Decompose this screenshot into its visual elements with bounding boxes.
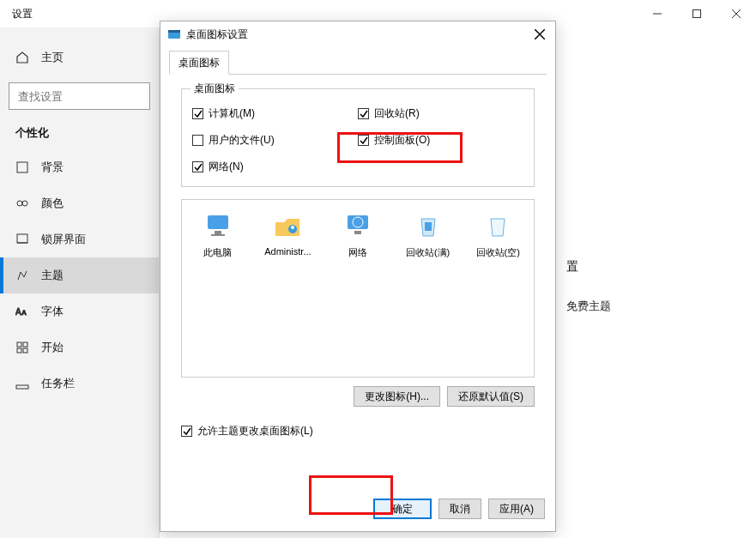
- preview-icon: [272, 210, 303, 241]
- tab-desktop-icons[interactable]: 桌面图标: [169, 51, 229, 75]
- nav-label: 主题: [41, 268, 64, 283]
- nav-label: 背景: [41, 160, 64, 175]
- cancel-button[interactable]: 取消: [438, 499, 481, 519]
- preview-label: 此电脑: [203, 246, 232, 259]
- restore-defaults-button[interactable]: 还原默认值(S): [447, 386, 535, 407]
- svg-rect-11: [23, 348, 27, 353]
- checkbox-icon: [358, 108, 369, 119]
- nav-icon: [15, 269, 29, 282]
- checkbox-icon: [181, 426, 192, 437]
- nav-label: 锁屏界面: [41, 232, 86, 247]
- nav-item[interactable]: 锁屏界面: [0, 221, 159, 257]
- svg-point-4: [22, 201, 27, 206]
- svg-rect-22: [354, 231, 361, 234]
- preview-item[interactable]: Administr...: [257, 210, 318, 259]
- checkbox-icon: [192, 135, 203, 146]
- nav-icon: [15, 233, 29, 246]
- apply-button[interactable]: 应用(A): [488, 499, 545, 519]
- main-peek: 置 免费主题: [566, 259, 611, 314]
- nav-icon: [15, 160, 29, 174]
- svg-rect-2: [17, 162, 27, 172]
- preview-item[interactable]: 网络: [328, 210, 388, 259]
- nav-item[interactable]: 任务栏: [0, 366, 159, 402]
- desktop-icons-group-label: 桌面图标: [191, 82, 239, 96]
- check-computer[interactable]: 计算机(M): [192, 106, 358, 121]
- nav-icon: [15, 196, 29, 210]
- svg-rect-9: [23, 342, 27, 347]
- checkbox-icon: [358, 135, 369, 146]
- check-recycle[interactable]: 回收站(R): [358, 106, 523, 121]
- svg-rect-1: [693, 10, 701, 18]
- icon-preview: 此电脑Administr...网络回收站(满)回收站(空): [181, 199, 535, 378]
- svg-rect-17: [211, 234, 225, 236]
- preview-label: 网络: [348, 246, 367, 259]
- nav-icon: [15, 341, 29, 354]
- home-label: 主页: [41, 50, 64, 65]
- svg-rect-8: [17, 342, 21, 347]
- change-icon-button[interactable]: 更改图标(H)...: [354, 386, 440, 407]
- svg-rect-14: [168, 30, 180, 33]
- dialog-title: 桌面图标设置: [186, 27, 529, 42]
- home-icon: [15, 51, 29, 64]
- preview-label: 回收站(空): [476, 246, 520, 259]
- svg-rect-15: [208, 215, 228, 229]
- nav-label: 任务栏: [41, 376, 75, 391]
- preview-item[interactable]: 回收站(空): [468, 210, 528, 259]
- main-peek-title: 置: [566, 259, 611, 275]
- settings-title: 设置: [12, 7, 33, 21]
- checkbox-icon: [192, 161, 203, 172]
- svg-rect-16: [215, 231, 221, 234]
- checkbox-icon: [192, 108, 203, 119]
- nav-label: 字体: [41, 304, 64, 319]
- nav-label: 开始: [41, 340, 64, 355]
- dialog-tabs: 桌面图标: [169, 51, 547, 75]
- svg-point-3: [17, 201, 22, 206]
- preview-icon: [203, 210, 233, 241]
- preview-item[interactable]: 此电脑: [188, 210, 248, 259]
- preview-icon: [482, 210, 513, 241]
- check-control-panel[interactable]: 控制面板(O): [358, 133, 523, 148]
- ok-button[interactable]: 确定: [373, 499, 432, 519]
- svg-rect-5: [17, 234, 27, 243]
- allow-themes-label: 允许主题更改桌面图标(L): [197, 424, 313, 438]
- home-button[interactable]: 主页: [0, 43, 159, 77]
- svg-rect-23: [425, 222, 432, 231]
- nav-item[interactable]: 开始: [0, 329, 159, 366]
- main-peek-sub: 免费主题: [566, 299, 611, 314]
- preview-label: 回收站(满): [406, 246, 450, 259]
- preview-icon: [413, 210, 444, 241]
- window-controls: [638, 0, 756, 27]
- preview-label: Administr...: [264, 246, 311, 257]
- maximize-button[interactable]: [677, 0, 717, 27]
- svg-rect-10: [17, 348, 21, 353]
- allow-themes-row[interactable]: 允许主题更改桌面图标(L): [181, 424, 535, 438]
- settings-sidebar: 主页 个性化 背景颜色锁屏界面主题Aᴀ字体开始任务栏: [0, 27, 160, 538]
- svg-point-19: [291, 226, 294, 229]
- search-box[interactable]: [9, 82, 150, 110]
- category-heading: 个性化: [0, 125, 159, 149]
- nav-icon: Aᴀ: [15, 305, 29, 318]
- nav-item[interactable]: 主题: [0, 257, 159, 293]
- check-network[interactable]: 网络(N): [192, 160, 358, 174]
- close-button[interactable]: [717, 0, 756, 27]
- search-input[interactable]: [16, 89, 164, 104]
- preview-icon: [342, 210, 373, 241]
- nav-item[interactable]: 背景: [0, 149, 159, 185]
- check-user-files[interactable]: 用户的文件(U): [192, 133, 358, 148]
- svg-rect-12: [16, 385, 28, 389]
- dialog-titlebar: 桌面图标设置: [160, 21, 555, 47]
- desktop-icons-group: 桌面图标 计算机(M) 回收站(R) 用户的文件(U) 控制面板(O) 网络(N…: [181, 88, 535, 187]
- desktop-icons-dialog: 桌面图标设置 桌面图标 桌面图标 计算机(M) 回收站(R) 用户的文件(U) …: [160, 21, 556, 532]
- svg-text:Aᴀ: Aᴀ: [15, 307, 27, 317]
- nav-label: 颜色: [41, 196, 64, 211]
- dialog-close-button[interactable]: [529, 24, 550, 45]
- nav-icon: [15, 377, 29, 390]
- preview-item[interactable]: 回收站(满): [398, 210, 458, 259]
- minimize-button[interactable]: [638, 0, 677, 27]
- nav-item[interactable]: 颜色: [0, 185, 159, 221]
- nav-item[interactable]: Aᴀ字体: [0, 293, 159, 329]
- dialog-icon: [167, 27, 181, 41]
